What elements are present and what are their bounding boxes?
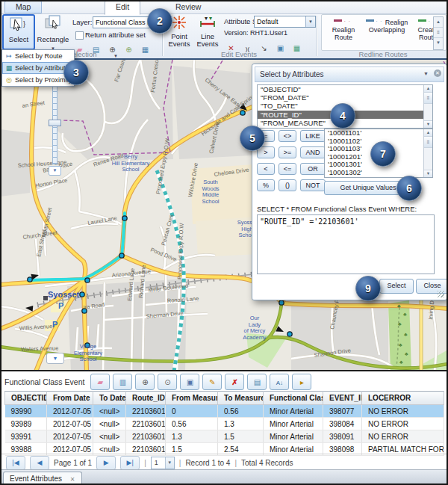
- operator-button-%[interactable]: %: [257, 179, 275, 191]
- tab-map[interactable]: Map: [4, 1, 42, 13]
- redline-button-1[interactable]: ∙ ∙Realign Route: [326, 17, 361, 41]
- prev-page-button[interactable]: ◀: [30, 456, 49, 470]
- edit-records-icon: [207, 377, 218, 388]
- sort-icon: [274, 377, 285, 388]
- redline-scrollbar[interactable]: ▲ ≡ ▼: [433, 16, 444, 50]
- toolbar-clear-selection-button[interactable]: [90, 374, 110, 390]
- dialog-select-button[interactable]: Select: [379, 279, 414, 294]
- total-records-label: Total 4 Records: [241, 459, 293, 467]
- column-header-route_id[interactable]: Route_ID: [126, 392, 166, 405]
- page-select[interactable]: 1 ▼: [151, 457, 175, 469]
- pan-selection-icon: [162, 377, 173, 388]
- operator-button-OR[interactable]: OR: [300, 163, 326, 175]
- tab-review[interactable]: Review: [164, 1, 212, 13]
- select-button[interactable]: } Select: [2, 14, 35, 50]
- toolbar-table-options-button[interactable]: [247, 374, 267, 390]
- svg-text:▾: ▾: [209, 15, 212, 22]
- edit-events-group-label: Edit Events: [179, 50, 299, 58]
- table-row[interactable]: 939912012-07-05<null>221036011.31.5Minor…: [5, 430, 444, 443]
- operator-button-AND[interactable]: AND: [300, 146, 326, 158]
- menu-item-select-by-route[interactable]: Select by Route: [2, 50, 74, 62]
- attribute-set-dropdown[interactable]: Default ▼: [254, 16, 316, 28]
- point-events-icon: [170, 14, 188, 31]
- fields-scrollbar[interactable]: ▲≡▼: [423, 85, 432, 128]
- page-select-caret-icon[interactable]: ▼: [165, 457, 174, 469]
- column-header-objectid[interactable]: OBJECTID: [5, 392, 47, 405]
- scroll-up-icon[interactable]: ▲: [434, 17, 443, 28]
- toolbar-edit-records-button[interactable]: [202, 374, 222, 390]
- table-row[interactable]: 939902012-07-05<null>2210360100.56Minor …: [5, 405, 444, 418]
- dialog-caret-icon[interactable]: ▼: [423, 71, 429, 76]
- operator-button-NOT[interactable]: NOT: [300, 179, 326, 191]
- callout-7: 7: [370, 141, 396, 167]
- column-header-event_id[interactable]: EVENT_ID: [323, 392, 362, 405]
- values-scrollbar[interactable]: ▲≡▼: [423, 129, 432, 177]
- map-poi-label: SouthWoodsMiddleSchool: [202, 179, 219, 205]
- tab-event-attributes[interactable]: Event Attributes ✕: [3, 472, 82, 485]
- operator-button-LIKE[interactable]: LIKE: [300, 130, 326, 142]
- toolbar-sort-button[interactable]: [270, 374, 289, 390]
- page-number: 1: [155, 459, 158, 466]
- column-header-to-measure[interactable]: To Measure: [218, 392, 264, 405]
- scroll-down-icon[interactable]: ▼: [434, 38, 443, 48]
- overview-toggle-icon[interactable]: ▼: [46, 353, 64, 364]
- toolbar-pan-selection-button[interactable]: [158, 374, 177, 390]
- dialog-title[interactable]: Select by Attributes: [255, 67, 444, 82]
- callout-5: 5: [240, 126, 265, 151]
- zoom-out-button[interactable]: ▼: [49, 166, 61, 176]
- save-icon: [184, 377, 196, 388]
- toolbar-save-button[interactable]: [180, 374, 199, 390]
- operator-button-<[interactable]: <: [257, 163, 275, 175]
- column-header-from-measure[interactable]: From Measure: [166, 392, 218, 405]
- svg-text:▾: ▾: [205, 15, 208, 22]
- line-events-label: Line Events: [194, 33, 221, 48]
- proximity-icon: [4, 75, 13, 84]
- return-attribute-set-label: Return attribute set: [85, 31, 146, 39]
- operator-button-()[interactable]: (): [279, 179, 296, 191]
- svg-text:♣: ♣: [397, 303, 401, 309]
- operator-buttons: =<>LIKE>>=AND<<=OR%()NOT: [257, 130, 326, 191]
- separator: |: [234, 459, 237, 467]
- toolbar-attribute-table-button[interactable]: [113, 374, 132, 390]
- tab-close-icon[interactable]: ✕: [70, 476, 75, 483]
- svg-text:♣: ♣: [405, 351, 408, 356]
- column-header-to-date[interactable]: To Date: [93, 392, 126, 405]
- attribute-set-caret-icon[interactable]: ▼: [305, 16, 315, 27]
- callout-9: 9: [355, 276, 381, 301]
- realign-overlapping-icon: ∙ ∙: [366, 17, 385, 23]
- column-header-locerror[interactable]: LOCERROR: [362, 392, 444, 405]
- first-page-button[interactable]: |◀: [6, 456, 25, 470]
- operator-button->=[interactable]: >=: [279, 146, 296, 158]
- page-label: Page 1 of 1: [54, 459, 92, 467]
- column-header-from-date[interactable]: From Date: [47, 392, 93, 405]
- map-zoom-slider[interactable]: ▼: [48, 85, 61, 175]
- resize-grip[interactable]: [438, 291, 444, 297]
- where-clause-input[interactable]: "ROUTE_ID" ='22103601': [257, 214, 435, 274]
- value-item[interactable]: '10001302': [325, 169, 432, 177]
- dialog-close-icon[interactable]: ✕: [434, 69, 441, 77]
- field-item[interactable]: "FROM_DATE": [258, 93, 432, 102]
- next-page-button[interactable]: ▶: [96, 456, 116, 470]
- event-editor-window: ♣♣♣♣♣♣♣♣Far CourtFortun CrescentCherry L…: [0, 0, 448, 485]
- scroll-thumb[interactable]: ≡: [434, 28, 443, 38]
- map-street-label: Waters Avenue: [21, 345, 59, 353]
- zoom-handle[interactable]: [49, 120, 61, 126]
- zoom-selection-icon: [140, 377, 151, 388]
- separator: |: [144, 459, 146, 467]
- toolbar-delete-selected-button[interactable]: [225, 374, 244, 390]
- value-item[interactable]: '10001101': [325, 129, 432, 138]
- rectangle-icon: [43, 14, 63, 34]
- export-icon: [296, 377, 308, 388]
- redline-group-label: Redline Routes: [321, 50, 445, 58]
- operator-button-<=[interactable]: <=: [279, 163, 296, 175]
- return-attribute-set-checkbox[interactable]: [75, 31, 84, 40]
- toolbar-zoom-selection-button[interactable]: [135, 374, 155, 390]
- last-page-button[interactable]: ▶|: [120, 456, 140, 470]
- field-item[interactable]: "OBJECTID": [258, 85, 432, 93]
- toolbar-export-button[interactable]: [292, 374, 311, 390]
- table-row[interactable]: 939892012-07-05<null>221036010.561.3Mino…: [5, 418, 444, 430]
- select-icon: }: [9, 16, 28, 34]
- redline-button-2[interactable]: ∙ ∙Realign Overlapping: [364, 17, 410, 34]
- column-header-functional-class[interactable]: Functional Class: [264, 392, 323, 405]
- operator-button-<>[interactable]: <>: [279, 130, 296, 142]
